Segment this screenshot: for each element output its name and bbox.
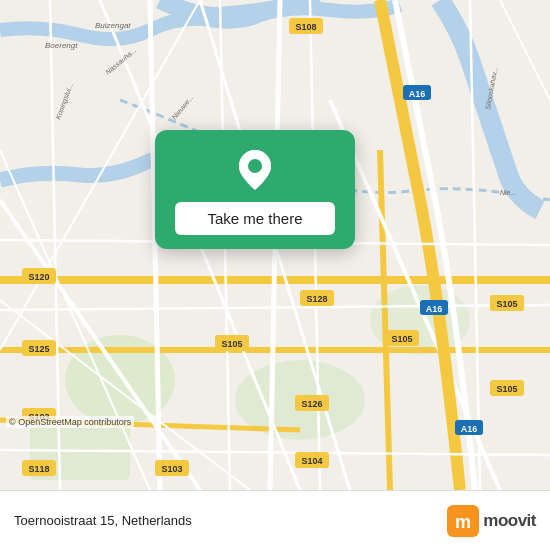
take-me-there-button[interactable]: Take me there <box>175 202 335 235</box>
svg-text:A16: A16 <box>409 89 426 99</box>
address-label: Toernooistraat 15, Netherlands <box>14 513 192 528</box>
svg-text:Boerengt: Boerengt <box>45 41 78 50</box>
svg-text:S128: S128 <box>306 294 327 304</box>
svg-text:Buizengat: Buizengat <box>95 21 131 30</box>
svg-text:S105: S105 <box>221 339 242 349</box>
svg-text:S126: S126 <box>301 399 322 409</box>
svg-text:S118: S118 <box>28 464 49 474</box>
location-pin-icon <box>233 148 277 192</box>
svg-text:S105: S105 <box>391 334 412 344</box>
svg-text:S105: S105 <box>496 299 517 309</box>
popup-card: Take me there <box>155 130 355 249</box>
copyright-text: © OpenStreetMap contributors <box>6 416 134 428</box>
map-container: S108 A16 A16 A16 S120 S125 S103 S118 S10… <box>0 0 550 490</box>
svg-point-66 <box>248 159 262 173</box>
svg-text:A16: A16 <box>426 304 443 314</box>
svg-text:A16: A16 <box>461 424 478 434</box>
svg-text:S103: S103 <box>161 464 182 474</box>
svg-text:m: m <box>455 512 471 532</box>
svg-text:Nie...: Nie... <box>500 189 516 196</box>
moovit-logo: m moovit <box>447 505 536 537</box>
svg-text:S125: S125 <box>28 344 49 354</box>
svg-text:S104: S104 <box>301 456 322 466</box>
svg-text:S105: S105 <box>496 384 517 394</box>
svg-text:S108: S108 <box>295 22 316 32</box>
moovit-wordmark: moovit <box>483 511 536 531</box>
svg-text:S120: S120 <box>28 272 49 282</box>
moovit-icon: m <box>447 505 479 537</box>
bottom-bar: Toernooistraat 15, Netherlands m moovit <box>0 490 550 550</box>
